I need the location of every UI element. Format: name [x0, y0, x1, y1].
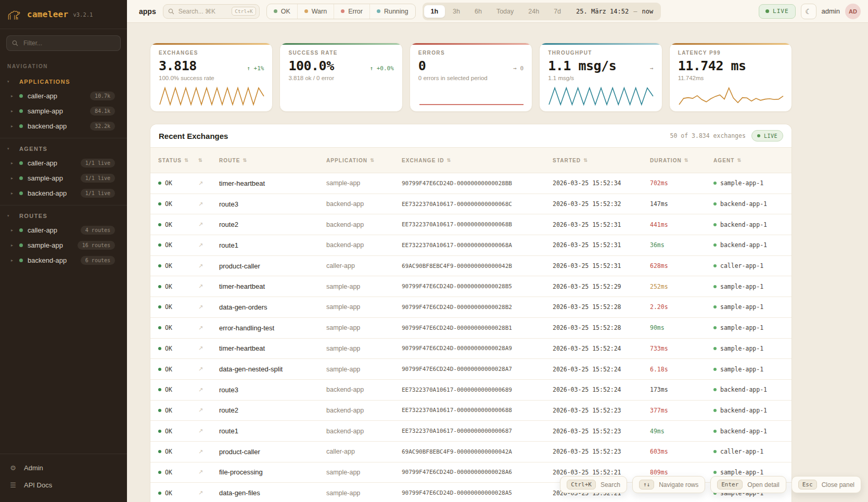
- status-filter-warn[interactable]: Warn: [297, 4, 334, 19]
- open-link-icon[interactable]: ↗: [198, 180, 219, 187]
- global-search[interactable]: Ctrl+K: [163, 4, 260, 19]
- column-header-route[interactable]: ROUTE⇅: [219, 158, 326, 163]
- sidebar-item-backend-app[interactable]: ▸backend-app32.2k: [0, 119, 127, 134]
- table-row[interactable]: OK↗timer-heartbeatsample-app90799F47E6CD…: [150, 339, 792, 359]
- agent-label: sample-app-1: [720, 179, 763, 187]
- range-button-1h[interactable]: 1h: [424, 5, 445, 18]
- sidebar-item-sample-app[interactable]: ▸sample-app1/1 live: [0, 171, 127, 186]
- status-label: OK: [165, 324, 172, 331]
- search-input[interactable]: [177, 7, 229, 16]
- shortcut-label: Navigate rows: [659, 481, 698, 488]
- started-cell: 2026-03-25 15:52:24: [553, 345, 650, 352]
- column-header-label: DURATION: [650, 158, 682, 163]
- column-header-duration[interactable]: DURATION⇅: [650, 158, 713, 163]
- sidebar-item-sample-app[interactable]: ▸sample-app84.1k: [0, 104, 127, 119]
- open-link-icon[interactable]: ↗: [198, 387, 219, 393]
- open-link-icon[interactable]: ↗: [198, 263, 219, 269]
- range-button-today[interactable]: Today: [490, 5, 520, 18]
- section-header-agents[interactable]: ▾AGENTS: [0, 143, 127, 156]
- range-button-24h[interactable]: 24h: [521, 5, 546, 18]
- section-title: APPLICATIONS: [19, 79, 70, 85]
- sidebar-filter[interactable]: [6, 35, 121, 51]
- column-header-status[interactable]: STATUS⇅: [158, 158, 198, 163]
- duration-cell: 603ms: [650, 448, 713, 455]
- search-icon: [12, 40, 18, 46]
- table-row[interactable]: OK↗route3backend-appEE7322370A10617-0000…: [150, 194, 792, 215]
- status-filter-ok[interactable]: OK: [267, 4, 297, 19]
- footer-item-api-docs[interactable]: ☰API Docs: [0, 477, 127, 494]
- open-link-icon[interactable]: ↗: [198, 283, 219, 290]
- footer-item-admin[interactable]: ⚙Admin: [0, 459, 127, 477]
- column-header-label: ROUTE: [219, 158, 240, 163]
- sidebar-item-caller-app[interactable]: ▸caller-app1/1 live: [0, 156, 127, 171]
- started-cell: 2026-03-25 15:52:28: [553, 303, 650, 311]
- open-link-icon[interactable]: ↗: [198, 221, 219, 228]
- column-header-exchange-id[interactable]: EXCHANGE ID⇅: [402, 158, 553, 163]
- sidebar-item-caller-app[interactable]: ▸caller-app10.7k: [0, 88, 127, 104]
- column-header-application[interactable]: APPLICATION⇅: [326, 158, 402, 163]
- range-button-7d[interactable]: 7d: [547, 5, 568, 18]
- table-row[interactable]: OK↗data-gen-orderssample-app90799F47E6CD…: [150, 297, 792, 318]
- exchange-id-cell: 90799F47E6CD24D-00000000000028B5: [402, 283, 553, 290]
- sidebar-item-sample-app[interactable]: ▸sample-app16 routes: [0, 238, 127, 253]
- table-row[interactable]: OK↗data-gen-nested-splitsample-app90799F…: [150, 359, 792, 380]
- agent-label: sample-app-1: [720, 345, 763, 352]
- theme-toggle-button[interactable]: ☾: [801, 4, 816, 19]
- table-row[interactable]: OK↗route2backend-appEE7322370A10617-0000…: [150, 401, 792, 421]
- column-header-link[interactable]: ⇅: [198, 158, 219, 163]
- open-link-icon[interactable]: ↗: [198, 242, 219, 249]
- agent-status-dot-icon: [713, 223, 717, 226]
- context-label: apps: [139, 7, 156, 16]
- sidebar-item-label: sample-app: [28, 174, 81, 182]
- open-link-icon[interactable]: ↗: [198, 428, 219, 434]
- card-delta: ↑ +1%: [247, 65, 264, 72]
- column-header-started[interactable]: STARTED⇅: [553, 158, 650, 163]
- card-delta: → 0: [513, 65, 524, 72]
- exchange-id-cell: 90799F47E6CD24D-00000000000028A5: [402, 490, 553, 496]
- open-link-icon[interactable]: ↗: [198, 325, 219, 331]
- table-row[interactable]: OK↗route3backend-appEE7322370A10617-0000…: [150, 380, 792, 401]
- agent-status-dot-icon: [713, 450, 717, 453]
- table-row[interactable]: OK↗product-callercaller-app69AC90BF8EBC4…: [150, 256, 792, 277]
- date-to: now: [642, 8, 653, 15]
- range-button-3h[interactable]: 3h: [446, 5, 467, 18]
- app-root: cameleer v3.2.1 NAVIGATION ▾APPLICATIONS…: [0, 0, 868, 502]
- sidebar-item-backend-app[interactable]: ▸backend-app6 routes: [0, 253, 127, 268]
- card-subtitle: 3.818 ok / 0 error: [288, 75, 393, 81]
- section-header-applications[interactable]: ▾APPLICATIONS: [0, 75, 127, 88]
- table-row[interactable]: OK↗product-callercaller-app69AC90BF8EBC4…: [150, 442, 792, 462]
- count-badge: 16 routes: [78, 241, 115, 250]
- open-link-icon[interactable]: ↗: [198, 469, 219, 475]
- open-link-icon[interactable]: ↗: [198, 407, 219, 414]
- open-link-icon[interactable]: ↗: [198, 304, 219, 311]
- section-header-routes[interactable]: ▾ROUTES: [0, 210, 127, 223]
- table-row[interactable]: OK↗route1backend-appEE7322370A10617-0000…: [150, 421, 792, 442]
- column-header-agent[interactable]: AGENT⇅: [713, 158, 792, 163]
- open-link-icon[interactable]: ↗: [198, 366, 219, 372]
- live-dot-icon: [757, 134, 760, 137]
- live-toggle[interactable]: LIVE: [759, 4, 796, 19]
- open-link-icon[interactable]: ↗: [198, 345, 219, 352]
- status-filter-error[interactable]: Error: [334, 4, 369, 19]
- ok-status-dot-icon: [158, 347, 161, 350]
- table-row[interactable]: OK↗route2backend-appEE7322370A10617-0000…: [150, 214, 792, 235]
- status-cell: OK: [158, 221, 198, 228]
- filter-input[interactable]: [22, 39, 115, 47]
- date-range-display[interactable]: 25. März 14:52 — now: [568, 8, 659, 15]
- open-link-icon[interactable]: ↗: [198, 201, 219, 208]
- ok-status-dot-icon: [158, 326, 161, 329]
- avatar[interactable]: AD: [845, 4, 861, 19]
- sidebar-item-backend-app[interactable]: ▸backend-app1/1 live: [0, 186, 127, 201]
- table-row[interactable]: OK↗timer-heartbeatsample-app90799F47E6CD…: [150, 173, 792, 194]
- range-button-6h[interactable]: 6h: [468, 5, 489, 18]
- route-cell: route3: [219, 386, 326, 394]
- sidebar-item-caller-app[interactable]: ▸caller-app4 routes: [0, 223, 127, 238]
- sort-icon: ⇅: [737, 158, 742, 163]
- open-link-icon[interactable]: ↗: [198, 448, 219, 455]
- table-row[interactable]: OK↗error-handling-testsample-app90799F47…: [150, 318, 792, 339]
- table-row[interactable]: OK↗route1backend-appEE7322370A10617-0000…: [150, 235, 792, 256]
- status-filter-running[interactable]: Running: [369, 4, 415, 19]
- table-row[interactable]: OK↗timer-heartbeatsample-app90799F47E6CD…: [150, 276, 792, 297]
- status-label: OK: [165, 490, 172, 497]
- open-link-icon[interactable]: ↗: [198, 490, 219, 496]
